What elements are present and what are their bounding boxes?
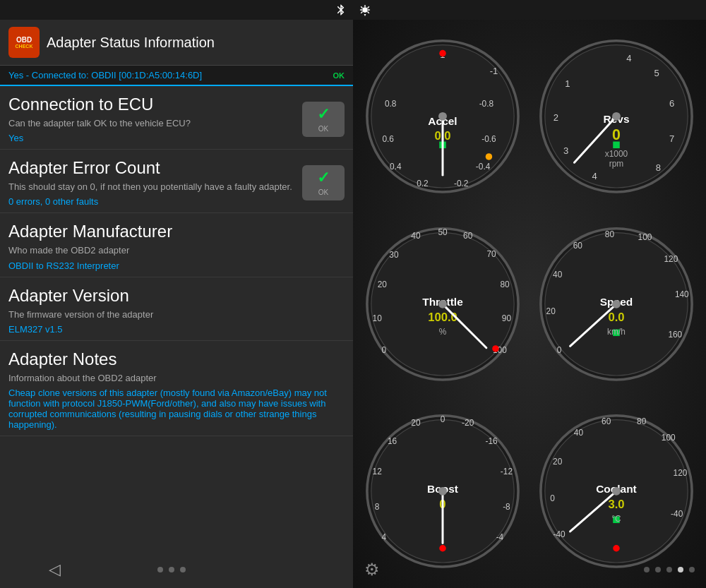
svg-text:°C: °C: [611, 514, 621, 524]
section-notes-desc: Information about the OBD2 adapter: [8, 372, 345, 385]
svg-text:80: 80: [637, 416, 647, 426]
svg-text:0.2: 0.2: [417, 179, 429, 188]
bottom-dot-5[interactable]: [689, 567, 695, 572]
gauge-throttle: 0 10 20 30 40 50 60 70 80 90 100 Throttl…: [359, 213, 527, 395]
connection-status-text: Yes - Connected to: OBDII [00:1D:A5:00:1…: [8, 70, 202, 80]
ok-text-2: OK: [318, 188, 328, 196]
svg-text:-8: -8: [503, 502, 510, 512]
svg-text:km/h: km/h: [607, 326, 626, 336]
section-version-title: Adapter Version: [8, 286, 345, 306]
section-version-value: ELM327 v1.5: [8, 324, 345, 335]
svg-text:8: 8: [656, 162, 661, 173]
connection-ok-badge: OK: [333, 71, 345, 80]
svg-text:120: 120: [664, 254, 678, 264]
svg-text:x1000: x1000: [605, 149, 628, 159]
svg-text:0: 0: [612, 126, 621, 143]
right-panel: 1 -1 0.8 0.6 0.4 0.2 -0.8 -0.6 -0.4 -0.2…: [353, 20, 706, 588]
gauge-speed-svg: 0 20 40 60 80 100 120 140 160 Speed 0.0 …: [532, 213, 700, 395]
bottom-dot-3[interactable]: [666, 567, 672, 572]
svg-text:-0.2: -0.2: [454, 179, 469, 188]
svg-text:70: 70: [486, 249, 496, 259]
connection-ecu-check-button[interactable]: ✓ OK: [302, 102, 345, 137]
svg-text:8: 8: [375, 502, 380, 512]
back-button[interactable]: ◁: [49, 560, 61, 579]
svg-text:0: 0: [550, 493, 555, 503]
adapter-title: Adapter Status Information: [47, 35, 215, 51]
svg-text:20: 20: [546, 306, 556, 316]
svg-text:50: 50: [438, 227, 448, 237]
svg-point-12: [439, 50, 446, 57]
svg-text:-0.6: -0.6: [481, 134, 496, 144]
section-error-count-desc: This should stay on 0, if not then you p…: [8, 181, 302, 193]
bottom-dot-2[interactable]: [655, 567, 661, 572]
svg-text:100: 100: [662, 433, 676, 443]
nav-dot-3: [180, 567, 186, 572]
svg-text:4: 4: [592, 171, 597, 181]
right-bottom-bar: ⚙: [353, 551, 706, 588]
svg-text:0.6: 0.6: [382, 134, 394, 144]
connection-status-bar: Yes - Connected to: OBDII [00:1D:A5:00:1…: [0, 66, 353, 86]
section-manufacturer-value: OBDII to RS232 Interpreter: [8, 260, 345, 271]
svg-text:3.0: 3.0: [608, 498, 624, 511]
nav-dot-2: [169, 567, 174, 572]
status-bar: [0, 0, 706, 20]
left-panel: OBD CHECK Adapter Status Information Yes…: [0, 20, 353, 588]
svg-point-108: [612, 487, 621, 496]
svg-text:-1: -1: [490, 66, 498, 76]
svg-point-90: [438, 487, 447, 496]
svg-point-55: [438, 300, 447, 308]
section-notes-value: Cheap clone versions of this adapter (mo…: [8, 388, 345, 430]
svg-text:2: 2: [554, 112, 558, 123]
section-error-count-content: Adapter Error Count This should stay on …: [8, 158, 302, 207]
svg-text:140: 140: [675, 289, 689, 299]
section-notes-title: Adapter Notes: [8, 349, 345, 369]
svg-text:40: 40: [553, 269, 563, 279]
svg-text:120: 120: [674, 469, 688, 479]
svg-text:-4: -4: [496, 532, 504, 542]
svg-text:12: 12: [373, 467, 383, 476]
svg-text:80: 80: [605, 229, 615, 239]
obd-logo-bottom: CHECK: [16, 44, 33, 49]
bottom-dot-1[interactable]: [644, 567, 650, 572]
svg-point-36: [612, 112, 621, 121]
section-error-count: Adapter Error Count This should stay on …: [0, 150, 353, 213]
checkmark-icon: ✓: [317, 105, 330, 124]
section-manufacturer-title: Adapter Manufacturer: [8, 222, 345, 241]
svg-text:-12: -12: [501, 467, 513, 476]
svg-text:-0.4: -0.4: [476, 162, 491, 172]
section-connection-ecu-title: Connection to ECU: [8, 95, 302, 114]
bluetooth-icon: [335, 4, 347, 16]
svg-text:0: 0: [441, 415, 445, 425]
section-connection-ecu-content: Connection to ECU Can the adapter talk O…: [8, 95, 302, 143]
svg-point-14: [486, 153, 493, 160]
section-connection-ecu-desc: Can the adapter talk OK to the vehicle E…: [8, 117, 302, 130]
svg-text:3: 3: [563, 145, 568, 156]
ok-text: OK: [318, 125, 328, 133]
svg-text:20: 20: [378, 280, 388, 289]
svg-text:20: 20: [411, 418, 421, 428]
svg-text:0: 0: [557, 345, 562, 355]
gear-icon[interactable]: ⚙: [364, 560, 380, 580]
svg-text:7: 7: [669, 133, 674, 144]
gauge-speed: 0 20 40 60 80 100 120 140 160 Speed 0.0 …: [532, 213, 700, 395]
error-count-check-button[interactable]: ✓ OK: [302, 165, 345, 200]
svg-text:-20: -20: [462, 418, 474, 428]
section-error-count-title: Adapter Error Count: [8, 158, 302, 178]
svg-text:160: 160: [668, 330, 682, 340]
svg-text:40: 40: [574, 428, 584, 438]
svg-text:60: 60: [463, 231, 473, 241]
gauge-revs: 1 2 3 4 4 5 6 7 8 Revs 0 x1000 rpm: [532, 25, 700, 208]
sun-icon: [359, 4, 371, 16]
section-notes: Adapter Notes Information about the OBD2…: [0, 341, 353, 436]
svg-text:16: 16: [388, 437, 397, 447]
svg-text:100.0: 100.0: [428, 310, 457, 323]
nav-dot-1: [157, 567, 163, 572]
svg-text:4: 4: [381, 532, 386, 542]
svg-point-50: [492, 345, 499, 352]
nav-dots: [157, 567, 186, 572]
bottom-dot-4[interactable]: [678, 567, 683, 572]
gauge-accel: 1 -1 0.8 0.6 0.4 0.2 -0.8 -0.6 -0.4 -0.2…: [359, 25, 527, 208]
gauge-accel-svg: 1 -1 0.8 0.6 0.4 0.2 -0.8 -0.6 -0.4 -0.2…: [359, 25, 527, 208]
svg-text:-0.8: -0.8: [479, 99, 494, 109]
svg-point-18: [438, 112, 447, 121]
